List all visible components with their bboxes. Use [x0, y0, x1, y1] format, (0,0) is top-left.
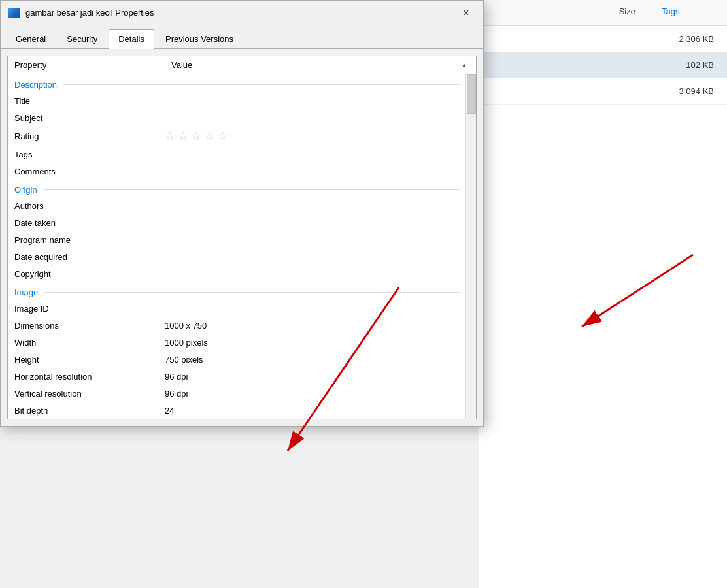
scrollbar-thumb[interactable]	[467, 74, 476, 114]
tab-security[interactable]: Security	[57, 29, 107, 48]
bg-row-2[interactable]: 102 KB	[479, 52, 727, 78]
row-h-resolution: Horizontal resolution 96 dpi	[8, 368, 465, 385]
prop-image-id: Image ID	[14, 304, 165, 314]
title-bar: gambar besar jadi kecil Properties ×	[1, 1, 483, 25]
tab-details[interactable]: Details	[109, 29, 154, 49]
section-image-line	[44, 292, 459, 293]
bg-row-3-size: 3.094 KB	[479, 86, 727, 96]
section-origin-header: Origin	[8, 180, 465, 197]
prop-height: Height	[14, 355, 165, 365]
prop-dimensions: Dimensions	[14, 321, 165, 331]
val-v-resolution: 96 dpi	[165, 389, 459, 399]
prop-comments: Comments	[14, 167, 165, 176]
section-description-label: Description	[14, 80, 57, 90]
scroll-up-indicator[interactable]: ▲	[459, 61, 469, 69]
prop-bit-depth: Bit depth	[14, 406, 165, 416]
row-authors: Authors	[8, 197, 465, 214]
file-icon	[8, 8, 20, 18]
prop-subject: Subject	[14, 113, 165, 123]
row-title: Title	[8, 92, 465, 109]
row-width: Width 1000 pixels	[8, 334, 465, 351]
details-content: Property Value ▲ Description Title	[7, 56, 477, 419]
tab-general[interactable]: General	[6, 29, 56, 48]
row-tags: Tags	[8, 146, 465, 163]
star-4[interactable]: ☆	[204, 129, 214, 143]
property-col-header: Property	[14, 60, 171, 70]
tab-previous-versions[interactable]: Previous Versions	[156, 29, 243, 48]
prop-v-resolution: Vertical resolution	[14, 389, 165, 399]
val-h-resolution: 96 dpi	[165, 372, 459, 382]
prop-date-taken: Date taken	[14, 218, 165, 228]
table-body: Description Title Subject Rating ☆	[8, 74, 476, 419]
section-description-line	[63, 84, 459, 85]
bg-row-3[interactable]: 3.094 KB	[479, 78, 727, 105]
row-comments: Comments	[8, 163, 465, 180]
row-v-resolution: Vertical resolution 96 dpi	[8, 385, 465, 402]
section-origin-line	[44, 189, 459, 190]
prop-title: Title	[14, 96, 165, 106]
row-bit-depth: Bit depth 24	[8, 402, 465, 419]
val-dimensions: 1000 x 750	[165, 321, 459, 331]
close-button[interactable]: ×	[457, 4, 475, 22]
val-rating[interactable]: ☆ ☆ ☆ ☆ ☆	[165, 129, 459, 143]
bg-header: Size Tags	[479, 0, 727, 26]
properties-dialog: gambar besar jadi kecil Properties × Gen…	[0, 0, 484, 427]
bg-rows: 2.306 KB 102 KB 3.094 KB	[479, 26, 727, 105]
val-width: 1000 pixels	[165, 338, 459, 348]
star-3[interactable]: ☆	[191, 129, 201, 143]
prop-date-acquired: Date acquired	[14, 252, 165, 262]
row-dimensions: Dimensions 1000 x 750	[8, 317, 465, 334]
section-image-label: Image	[14, 287, 38, 297]
row-date-taken: Date taken	[8, 214, 465, 231]
value-col-header: Value	[171, 60, 459, 70]
prop-authors: Authors	[14, 201, 165, 211]
bg-row-1-size: 2.306 KB	[479, 34, 727, 44]
prop-rating: Rating	[14, 131, 165, 141]
prop-width: Width	[14, 338, 165, 348]
dialog-title: gambar besar jadi kecil Properties	[25, 8, 457, 18]
bg-row-1[interactable]: 2.306 KB	[479, 26, 727, 52]
val-bit-depth: 24	[165, 406, 459, 416]
tabs-container: General Security Details Previous Versio…	[1, 25, 483, 49]
row-date-acquired: Date acquired	[8, 248, 465, 265]
prop-program-name: Program name	[14, 235, 165, 245]
row-program-name: Program name	[8, 231, 465, 248]
row-rating[interactable]: Rating ☆ ☆ ☆ ☆ ☆	[8, 126, 465, 146]
row-copyright: Copyright	[8, 265, 465, 282]
val-height: 750 pixels	[165, 355, 459, 365]
prop-tags: Tags	[14, 150, 165, 159]
star-5[interactable]: ☆	[217, 129, 228, 143]
section-origin-label: Origin	[14, 185, 37, 195]
row-image-id: Image ID	[8, 300, 465, 317]
bg-tags-col-header: Tags	[649, 0, 727, 25]
bg-size-col-header: Size	[479, 0, 649, 25]
table-rows: Description Title Subject Rating ☆	[8, 74, 465, 419]
section-description-header: Description	[8, 74, 465, 92]
star-2[interactable]: ☆	[178, 129, 188, 143]
prop-h-resolution: Horizontal resolution	[14, 372, 165, 382]
background-panel: Size Tags 2.306 KB 102 KB 3.094 KB	[479, 0, 727, 588]
star-1[interactable]: ☆	[165, 129, 175, 143]
scrollbar[interactable]	[465, 74, 476, 419]
section-image-header: Image	[8, 282, 465, 300]
prop-copyright: Copyright	[14, 269, 165, 279]
table-header: Property Value ▲	[8, 56, 476, 74]
row-subject: Subject	[8, 109, 465, 126]
star-rating[interactable]: ☆ ☆ ☆ ☆ ☆	[165, 129, 459, 143]
row-height: Height 750 pixels	[8, 351, 465, 368]
bg-row-2-size: 102 KB	[479, 60, 727, 70]
